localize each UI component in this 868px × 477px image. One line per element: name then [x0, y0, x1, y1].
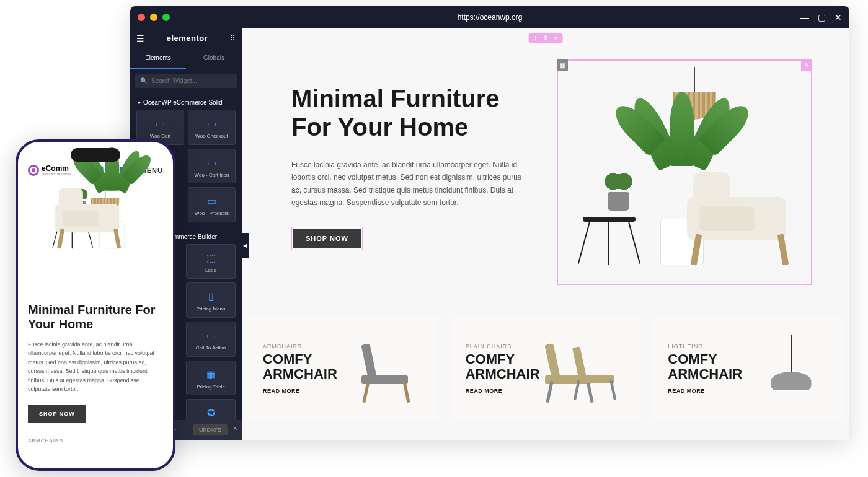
widget-newsletter[interactable]: ✪Newsletter Form — [186, 399, 236, 420]
mobile-preview: eComm blocks and templates 👤 🛍 2 ☰MENU M… — [16, 139, 175, 471]
chevron-up-icon[interactable]: ^ — [234, 426, 237, 434]
search-widget-box[interactable]: 🔍 — [135, 74, 237, 88]
restore-icon[interactable]: ▢ — [818, 12, 826, 22]
table-graphic — [583, 217, 636, 265]
star-icon: ✪ — [189, 407, 232, 419]
sidebar-tabs: Elements Globals — [130, 48, 242, 69]
card-image — [754, 335, 828, 403]
apps-icon[interactable]: ⠿ — [230, 34, 236, 43]
tab-elements[interactable]: Elements — [130, 48, 186, 69]
table-icon: ▦ — [189, 369, 232, 380]
cart-icon: ▭ — [140, 118, 181, 129]
tab-globals[interactable]: Globals — [186, 48, 242, 69]
product-cards-row: ARMCHAIRS COMFY ARMCHAIR READ MORE PLAIN… — [242, 304, 849, 434]
widget-pricing-table[interactable]: ▦Pricing Table — [186, 361, 236, 396]
card-plain-chairs[interactable]: PLAIN CHAIRS COMFY ARMCHAIR READ MORE — [451, 316, 641, 421]
logo-icon — [28, 165, 39, 176]
card-armchairs[interactable]: ARMCHAIRS COMFY ARMCHAIR READ MORE — [248, 316, 438, 421]
armchair-graphic — [687, 178, 799, 265]
window-controls: ― ▢ ✕ — [800, 12, 842, 22]
widget-cta[interactable]: ▭Call To Action — [186, 322, 236, 357]
widget-woo-products[interactable]: ▭Woo - Products — [188, 187, 236, 222]
button-widget-selected[interactable]: SHOP NOW — [291, 227, 363, 250]
card-category: ARMCHAIRS — [263, 343, 343, 349]
read-more-link[interactable]: READ MORE — [263, 388, 343, 394]
logo-icon: ⬚ — [189, 252, 232, 264]
card-category: PLAIN CHAIRS — [466, 343, 546, 349]
search-input[interactable] — [151, 77, 232, 84]
category-ecommerce[interactable]: ▾ OceanWP eCommerce Solid — [130, 93, 242, 110]
mobile-hero-image — [51, 182, 140, 256]
mobile-hero-title: Minimal Furniture For Your Home — [28, 303, 163, 331]
caret-down-icon: ▾ — [138, 99, 141, 106]
update-button[interactable]: UPDATE — [193, 424, 228, 435]
checkout-icon: ▭ — [191, 118, 232, 129]
hero-image-column[interactable]: ▦ ✎ — [557, 59, 812, 285]
browser-window: https://oceanwp.org ― ▢ ✕ ☰ elementor ⠿ … — [130, 6, 849, 440]
brand-label: elementor — [167, 33, 208, 43]
card-title: COMFY ARMCHAIR — [263, 352, 343, 382]
search-icon: 🔍 — [140, 77, 148, 84]
hero-title: Minimal Furniture For Your Home — [291, 84, 532, 141]
card-category: LIGTHTING — [668, 343, 748, 349]
hero-image — [564, 67, 805, 278]
minimize-window-button[interactable] — [150, 14, 157, 21]
card-image — [349, 335, 423, 403]
close-window-button[interactable] — [138, 14, 145, 21]
widget-pricing-menu[interactable]: ▯Pricing Menu — [186, 282, 236, 318]
hero-text-column[interactable]: Minimal Furniture For Your Home Fusce la… — [291, 59, 532, 285]
title-bar: https://oceanwp.org ― ▢ ✕ — [130, 6, 849, 28]
editor-canvas[interactable]: ◀ + ⠿ × Minimal Furniture For Your Home … — [242, 28, 849, 440]
card-title: COMFY ARMCHAIR — [668, 352, 748, 382]
sidebar-header: ☰ elementor ⠿ — [130, 28, 242, 48]
panel-toggle[interactable]: ◀ — [242, 233, 249, 258]
card-lighting[interactable]: LIGTHTING COMFY ARMCHAIR READ MORE — [653, 316, 843, 421]
maximize-window-button[interactable] — [162, 14, 170, 21]
minimize-icon[interactable]: ― — [800, 12, 809, 22]
shop-now-button[interactable]: SHOP NOW — [293, 229, 361, 248]
site-logo[interactable]: eComm blocks and templates — [28, 164, 71, 176]
menu-icon[interactable]: ☰ — [136, 33, 144, 43]
read-more-link[interactable]: READ MORE — [668, 388, 748, 394]
widget-woo-checkout[interactable]: ▭Woo Checkout — [188, 110, 236, 145]
products-icon: ▭ — [191, 195, 232, 207]
mobile-hero-description: Fusce lacinia gravida ante, ac blandit u… — [28, 340, 163, 393]
close-icon[interactable]: ✕ — [835, 12, 842, 22]
read-more-link[interactable]: READ MORE — [466, 388, 546, 394]
card-title: COMFY ARMCHAIR — [466, 352, 546, 382]
cart-icon: ▭ — [191, 157, 232, 168]
mobile-card-category: ARMCHAIRS — [28, 438, 163, 444]
mobile-shop-button[interactable]: SHOP NOW — [28, 405, 86, 423]
hero-description: Fusce lacinia gravida ante, ac blandit u… — [291, 159, 527, 209]
menu-icon: ▯ — [189, 291, 232, 302]
hero-section[interactable]: Minimal Furniture For Your Home Fusce la… — [242, 28, 849, 304]
traffic-lights — [138, 14, 170, 21]
url-bar[interactable]: https://oceanwp.org — [458, 13, 523, 22]
widget-logo[interactable]: ⬚Logo — [186, 244, 236, 279]
widget-woo-cart-icon[interactable]: ▭Woo - Cart Icon — [188, 149, 236, 184]
card-image — [551, 335, 626, 403]
cta-icon: ▭ — [189, 330, 232, 341]
